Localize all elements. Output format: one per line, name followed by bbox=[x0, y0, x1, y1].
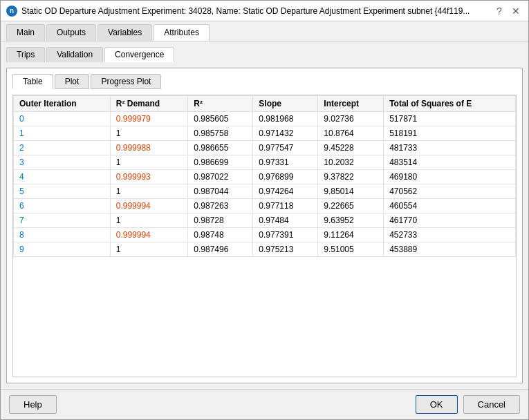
table-header-row: Outer Iteration R² Demand R² Slope Inter… bbox=[14, 96, 516, 112]
sub-tab-convergence[interactable]: Convergence bbox=[104, 47, 174, 62]
cell-r2-demand: 1 bbox=[110, 155, 188, 170]
cell-r2: 0.98748 bbox=[188, 228, 253, 242]
cell-r2: 0.986655 bbox=[188, 141, 253, 155]
col-total: Total of Squares of E bbox=[384, 96, 516, 112]
cell-r2: 0.986699 bbox=[188, 155, 253, 170]
cell-total: 483514 bbox=[384, 155, 516, 170]
cell-r2: 0.987022 bbox=[188, 170, 253, 184]
cell-intercept: 9.45228 bbox=[318, 141, 384, 155]
cell-intercept: 9.22665 bbox=[318, 199, 384, 213]
cell-total: 461770 bbox=[384, 213, 516, 228]
cell-r2: 0.985758 bbox=[188, 126, 253, 141]
app-icon: n bbox=[6, 6, 17, 17]
cell-slope: 0.971432 bbox=[253, 126, 318, 141]
tab-main[interactable]: Main bbox=[6, 24, 45, 41]
cell-slope: 0.975213 bbox=[253, 242, 318, 257]
title-bar: n Static OD Departure Adjustment Experim… bbox=[1, 1, 528, 21]
cell-outer-iteration: 3 bbox=[14, 155, 111, 170]
cell-outer-iteration: 5 bbox=[14, 184, 111, 199]
window-controls: ? ✕ bbox=[492, 4, 523, 18]
col-outer-iteration: Outer Iteration bbox=[14, 96, 111, 112]
cell-total: 452733 bbox=[384, 228, 516, 242]
cell-r2-demand: 0.999988 bbox=[110, 141, 188, 155]
cell-intercept: 9.11264 bbox=[318, 228, 384, 242]
cell-r2: 0.985605 bbox=[188, 112, 253, 126]
cell-intercept: 10.2032 bbox=[318, 155, 384, 170]
cell-r2: 0.987496 bbox=[188, 242, 253, 257]
table-row: 710.987280.974849.63952461770 bbox=[14, 213, 516, 228]
window-title: Static OD Departure Adjustment Experimen… bbox=[21, 6, 488, 16]
cell-intercept: 9.02736 bbox=[318, 112, 384, 126]
tab-attributes[interactable]: Attributes bbox=[154, 24, 210, 41]
cell-total: 470562 bbox=[384, 184, 516, 199]
table-tab-table[interactable]: Table bbox=[12, 74, 53, 89]
tab-variables[interactable]: Variables bbox=[98, 24, 152, 41]
help-icon-btn[interactable]: ? bbox=[492, 4, 506, 18]
cell-r2: 0.98728 bbox=[188, 213, 253, 228]
cell-slope: 0.976899 bbox=[253, 170, 318, 184]
tab-outputs[interactable]: Outputs bbox=[46, 24, 96, 41]
table-row: 40.9999930.9870220.9768999.37822469180 bbox=[14, 170, 516, 184]
col-r2: R² bbox=[188, 96, 253, 112]
help-button[interactable]: Help bbox=[9, 395, 57, 414]
cell-slope: 0.977547 bbox=[253, 141, 318, 155]
col-intercept: Intercept bbox=[318, 96, 384, 112]
table-body: 00.9999790.9856050.9819689.0273651787111… bbox=[14, 112, 516, 257]
cell-intercept: 9.51005 bbox=[318, 242, 384, 257]
cell-slope: 0.97331 bbox=[253, 155, 318, 170]
cell-total: 518191 bbox=[384, 126, 516, 141]
table-row: 00.9999790.9856050.9819689.02736517871 bbox=[14, 112, 516, 126]
cell-r2: 0.987263 bbox=[188, 199, 253, 213]
data-table: Outer Iteration R² Demand R² Slope Inter… bbox=[13, 95, 516, 257]
cell-outer-iteration: 8 bbox=[14, 228, 111, 242]
inner-panel: Table Plot Progress Plot Outer Iteration… bbox=[6, 68, 523, 383]
sub-tab-validation[interactable]: Validation bbox=[46, 47, 103, 62]
cell-r2-demand: 1 bbox=[110, 242, 188, 257]
cell-intercept: 9.63952 bbox=[318, 213, 384, 228]
cell-total: 469180 bbox=[384, 170, 516, 184]
cell-total: 453889 bbox=[384, 242, 516, 257]
cell-intercept: 9.37822 bbox=[318, 170, 384, 184]
cell-r2-demand: 0.999979 bbox=[110, 112, 188, 126]
cell-intercept: 9.85014 bbox=[318, 184, 384, 199]
cell-slope: 0.977391 bbox=[253, 228, 318, 242]
cell-intercept: 10.8764 bbox=[318, 126, 384, 141]
cell-total: 460554 bbox=[384, 199, 516, 213]
cell-r2-demand: 0.999993 bbox=[110, 170, 188, 184]
cell-r2: 0.987044 bbox=[188, 184, 253, 199]
cell-total: 481733 bbox=[384, 141, 516, 155]
main-window: n Static OD Departure Adjustment Experim… bbox=[0, 0, 529, 420]
cell-slope: 0.97484 bbox=[253, 213, 318, 228]
cell-slope: 0.977118 bbox=[253, 199, 318, 213]
col-r2-demand: R² Demand bbox=[110, 96, 188, 112]
data-table-container[interactable]: Outer Iteration R² Demand R² Slope Inter… bbox=[12, 95, 517, 377]
table-tab-progress-plot[interactable]: Progress Plot bbox=[91, 74, 161, 89]
table-row: 60.9999940.9872630.9771189.22665460554 bbox=[14, 199, 516, 213]
cell-r2-demand: 1 bbox=[110, 126, 188, 141]
cell-r2-demand: 0.999994 bbox=[110, 228, 188, 242]
cell-outer-iteration: 2 bbox=[14, 141, 111, 155]
cell-total: 517871 bbox=[384, 112, 516, 126]
close-button[interactable]: ✕ bbox=[509, 4, 523, 18]
ok-button[interactable]: OK bbox=[416, 395, 458, 414]
sub-tab-trips[interactable]: Trips bbox=[6, 47, 45, 62]
cancel-button[interactable]: Cancel bbox=[463, 395, 520, 414]
cell-slope: 0.981968 bbox=[253, 112, 318, 126]
cell-outer-iteration: 0 bbox=[14, 112, 111, 126]
cell-outer-iteration: 9 bbox=[14, 242, 111, 257]
table-row: 80.9999940.987480.9773919.11264452733 bbox=[14, 228, 516, 242]
table-tab-plot[interactable]: Plot bbox=[55, 74, 90, 89]
footer: Help OK Cancel bbox=[1, 389, 528, 419]
cell-outer-iteration: 7 bbox=[14, 213, 111, 228]
table-row: 510.9870440.9742649.85014470562 bbox=[14, 184, 516, 199]
table-row: 910.9874960.9752139.51005453889 bbox=[14, 242, 516, 257]
cell-r2-demand: 1 bbox=[110, 213, 188, 228]
table-tab-bar: Table Plot Progress Plot bbox=[12, 74, 517, 89]
main-tab-bar: Main Outputs Variables Attributes bbox=[1, 21, 528, 41]
cell-outer-iteration: 6 bbox=[14, 199, 111, 213]
table-row: 310.9866990.9733110.2032483514 bbox=[14, 155, 516, 170]
cell-slope: 0.974264 bbox=[253, 184, 318, 199]
cell-outer-iteration: 4 bbox=[14, 170, 111, 184]
cell-outer-iteration: 1 bbox=[14, 126, 111, 141]
col-slope: Slope bbox=[253, 96, 318, 112]
